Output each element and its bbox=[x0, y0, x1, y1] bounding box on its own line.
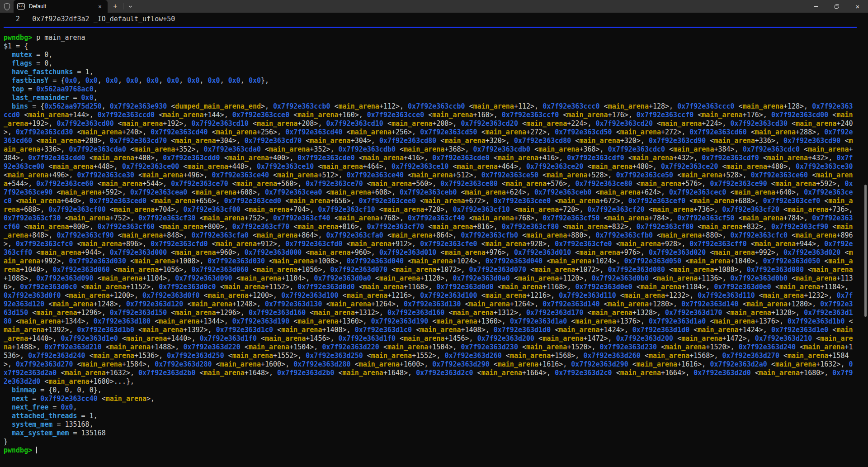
field-top: top = 0x562aa9768ac0, bbox=[4, 85, 857, 94]
result-open-line: $1 = { bbox=[4, 42, 857, 51]
tab-close-icon[interactable]: × bbox=[96, 2, 104, 10]
close-button[interactable]: × bbox=[847, 0, 868, 13]
field-system-mem: system_mem = 135168, bbox=[4, 420, 857, 429]
field-mutex: mutex = 0, bbox=[4, 51, 857, 59]
field-last-remainder: last_remainder = 0x0, bbox=[4, 94, 857, 102]
tab-default[interactable]: C:\ Default × bbox=[14, 0, 108, 13]
backtrace-line: 2 0x7f92e32df3a2 _IO_default_uflow+50 bbox=[4, 15, 868, 24]
restore-icon bbox=[834, 4, 840, 9]
chevron-down-icon bbox=[128, 4, 133, 9]
field-have-fastchunks: have_fastchunks = 1, bbox=[4, 68, 857, 76]
field-fastbinsY: fastbinsY = {0x0, 0x0, 0x0, 0x0, 0x0, 0x… bbox=[4, 76, 857, 85]
window-controls: × bbox=[806, 0, 868, 13]
terminal-output: pwndbg> p main_arena$1 = { mutex = 0, fl… bbox=[4, 33, 857, 455]
titlebar: C:\ Default × + × bbox=[0, 0, 868, 13]
field-max-system-mem: max_system_mem = 135168 bbox=[4, 429, 857, 438]
field-attached-threads: attached_threads = 1, bbox=[4, 412, 857, 420]
shield-icon bbox=[0, 0, 14, 13]
tab-dropdown-button[interactable] bbox=[123, 0, 137, 13]
prompt-line: pwndbg> bbox=[4, 446, 857, 455]
minimize-icon bbox=[814, 6, 818, 7]
field-binmap: binmap = {0, 0, 0, 0}, bbox=[4, 386, 857, 395]
command-prompt-icon: C:\ bbox=[17, 3, 25, 10]
result-close-line: } bbox=[4, 438, 857, 446]
new-tab-button[interactable]: + bbox=[108, 0, 123, 13]
field-bins: bins = {0x562aa975d250, 0x7f92e363e930 <… bbox=[4, 102, 857, 386]
restore-button[interactable] bbox=[826, 0, 847, 13]
terminal-area[interactable]: 2 0x7f92e32df3a2 _IO_default_uflow+50 pw… bbox=[0, 13, 868, 467]
text-cursor bbox=[36, 447, 37, 453]
minimize-button[interactable] bbox=[806, 0, 826, 13]
context-separator-line bbox=[4, 27, 857, 28]
field-next: next = 0x7f92e363cc40 <main_arena>, bbox=[4, 395, 857, 403]
tab-title: Default bbox=[29, 3, 96, 10]
field-next-free: next_free = 0x0, bbox=[4, 403, 857, 412]
titlebar-drag-region bbox=[137, 0, 806, 13]
field-flags: flags = 0, bbox=[4, 59, 857, 68]
scrollbar-thumb[interactable] bbox=[864, 185, 867, 317]
prompt-command-line: pwndbg> p main_arena bbox=[4, 33, 857, 42]
